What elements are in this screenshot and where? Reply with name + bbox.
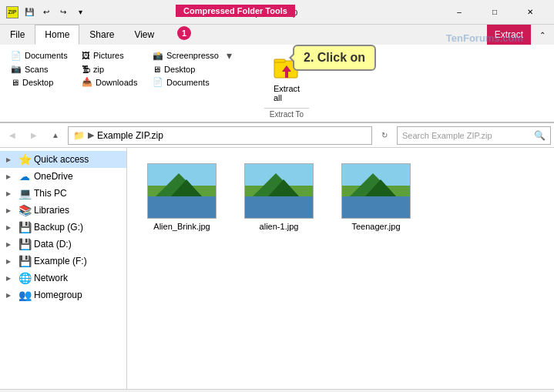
expand-icon-libraries: ▶	[6, 207, 15, 214]
ribbon-tab-bar: Compressed Folder Tools 1 File Home Shar…	[0, 25, 554, 45]
expand-icon-quick-access: ▶	[6, 156, 15, 163]
address-bar: ◀ ▶ ▲ 📁 ▶ Example ZIP.zip ↻ Search Examp…	[0, 123, 554, 148]
minimize-button[interactable]: –	[442, 0, 477, 25]
address-path[interactable]: 📁 ▶ Example ZIP.zip	[68, 126, 372, 145]
back-button[interactable]: ◀	[3, 126, 22, 145]
main-area: ▶ ⭐ Quick access ▶ ☁ OneDrive ▶ 💻 This P…	[0, 148, 554, 389]
water-3	[342, 196, 410, 218]
downloads-icon: 📥	[82, 77, 92, 87]
document-icon: 📄	[11, 51, 22, 61]
refresh-button[interactable]: ↻	[375, 126, 394, 145]
sidebar-item-homegroup[interactable]: ▶ 👥 Homegroup	[0, 286, 126, 303]
sidebar: ▶ ⭐ Quick access ▶ ☁ OneDrive ▶ 💻 This P…	[0, 148, 127, 389]
expand-icon-data: ▶	[6, 241, 15, 248]
homegroup-icon: 👥	[18, 289, 31, 301]
quick-item-desktop2[interactable]: 🖥 Desktop	[149, 63, 219, 75]
title-bar-left: ZIP 💾 ↩ ↪ ▾	[6, 5, 88, 20]
file-name-teenager: Teenager.jpg	[352, 222, 401, 231]
zip-icon: 🗜	[82, 65, 90, 74]
quick-item-pictures[interactable]: 🖼 Pictures	[79, 49, 148, 62]
mountain-2b	[268, 179, 299, 196]
sidebar-item-network[interactable]: ▶ 🌐 Network	[0, 270, 126, 286]
tab-view[interactable]: View	[124, 25, 164, 45]
chevron-down-icon: ▾	[227, 49, 232, 62]
file-thumbnail-alien-brink	[147, 163, 217, 219]
sidebar-item-quick-access[interactable]: ▶ ⭐ Quick access	[0, 151, 126, 168]
tab-home[interactable]: Home	[35, 25, 79, 45]
backup-icon: 💾	[18, 221, 31, 233]
sidebar-item-this-pc[interactable]: ▶ 💻 This PC	[0, 185, 126, 202]
up-button[interactable]: ▲	[46, 126, 65, 145]
search-box[interactable]: Search Example ZIP.zip 🔍	[397, 126, 551, 145]
water-2	[245, 196, 313, 218]
file-item-alien-1[interactable]: alien-1.jpg	[237, 160, 321, 234]
ribbon-collapse-button[interactable]: ⌃	[531, 25, 554, 45]
ribbon-row: 📄 Documents 🖼 Pictures 📸 Screenpresso ▾	[6, 48, 548, 119]
more-locations-button[interactable]: ▾	[227, 49, 232, 62]
window-icon: ZIP	[6, 6, 18, 18]
quick-item-documents[interactable]: 📄 Documents	[8, 49, 77, 62]
data-drive-icon: 💾	[18, 238, 31, 250]
tooltip-text: 2. Click on	[304, 51, 365, 64]
expand-icon-homegroup: ▶	[6, 292, 15, 299]
file-name-alien-1: alien-1.jpg	[260, 222, 299, 231]
quick-item-desktop[interactable]: 🖥 Desktop	[8, 76, 77, 88]
tab-share[interactable]: Share	[79, 25, 124, 45]
quick-item-zip[interactable]: 🗜 zip	[79, 63, 148, 75]
quick-item-screenpresso[interactable]: 📸 Screenpresso	[149, 49, 222, 62]
expand-icon-this-pc: ▶	[6, 190, 15, 197]
example-label: Example (F:)	[34, 256, 120, 266]
redo-button[interactable]: ↪	[55, 5, 71, 20]
sidebar-item-libraries[interactable]: ▶ 📚 Libraries	[0, 202, 126, 219]
documents-icon2: 📄	[153, 77, 163, 87]
save-button[interactable]: 💾	[22, 5, 37, 20]
desktop-icon2: 🖥	[153, 65, 161, 74]
close-button[interactable]: ✕	[512, 0, 548, 25]
quick-access-label: Quick access	[34, 154, 120, 165]
step-number-badge: 1	[177, 26, 191, 40]
sidebar-item-example[interactable]: ▶ 💾 Example (F:)	[0, 253, 126, 270]
ribbon: Compressed Folder Tools 1 File Home Shar…	[0, 25, 554, 123]
search-icon[interactable]: 🔍	[534, 130, 546, 141]
sidebar-item-data[interactable]: ▶ 💾 Data (D:)	[0, 236, 126, 253]
onedrive-label: OneDrive	[34, 171, 120, 182]
path-icon: 📁	[73, 130, 85, 141]
data-label: Data (D:)	[34, 239, 120, 250]
sidebar-item-backup[interactable]: ▶ 💾 Backup (G:)	[0, 219, 126, 236]
path-text: Example ZIP.zip	[97, 130, 163, 141]
quick-item-documents2[interactable]: 📄 Documents	[149, 76, 219, 88]
landscape-image-1	[148, 164, 216, 218]
file-item-alien-brink[interactable]: Alien_Brink.jpg	[139, 160, 224, 234]
backup-label: Backup (G:)	[34, 222, 120, 233]
extract-all-label: Extractall	[274, 84, 300, 102]
expand-icon-example: ▶	[6, 258, 15, 265]
compressed-folder-tools-label: Compressed Folder Tools	[176, 5, 295, 17]
quick-access-section: 📄 Documents 🖼 Pictures 📸 Screenpresso ▾	[6, 48, 245, 89]
file-name-alien-brink: Alien_Brink.jpg	[153, 222, 210, 231]
water-1	[148, 196, 216, 218]
screenpresso-icon: 📸	[153, 51, 163, 61]
undo-button[interactable]: ↩	[39, 5, 54, 20]
sidebar-item-onedrive[interactable]: ▶ ☁ OneDrive	[0, 168, 126, 185]
quick-item-scans[interactable]: 📷 Scans	[8, 63, 77, 75]
window-controls: – □ ✕	[442, 0, 548, 25]
scans-icon: 📷	[11, 64, 22, 74]
onedrive-icon: ☁	[18, 170, 31, 183]
customize-toolbar-button[interactable]: ▾	[72, 5, 88, 20]
mountain-3b	[365, 179, 396, 196]
tab-file[interactable]: File	[0, 25, 35, 45]
file-thumbnail-teenager	[341, 163, 411, 219]
quick-access-icon: ⭐	[18, 153, 31, 166]
network-label: Network	[34, 273, 120, 283]
tab-extract[interactable]: Extract	[487, 25, 531, 45]
file-item-teenager[interactable]: Teenager.jpg	[334, 160, 418, 234]
mountain-1b	[171, 179, 202, 196]
content-area: Alien_Brink.jpg alien-1.jpg	[127, 148, 554, 389]
search-placeholder: Search Example ZIP.zip	[402, 131, 492, 140]
quick-item-downloads[interactable]: 📥 Downloads	[79, 76, 148, 88]
ribbon-tabs: File Home Share View Extract ⌃	[0, 25, 554, 45]
maximize-button[interactable]: □	[477, 0, 512, 25]
file-thumbnail-alien-1	[244, 163, 314, 219]
pictures-icon: 🖼	[82, 51, 90, 60]
forward-button[interactable]: ▶	[25, 126, 43, 145]
